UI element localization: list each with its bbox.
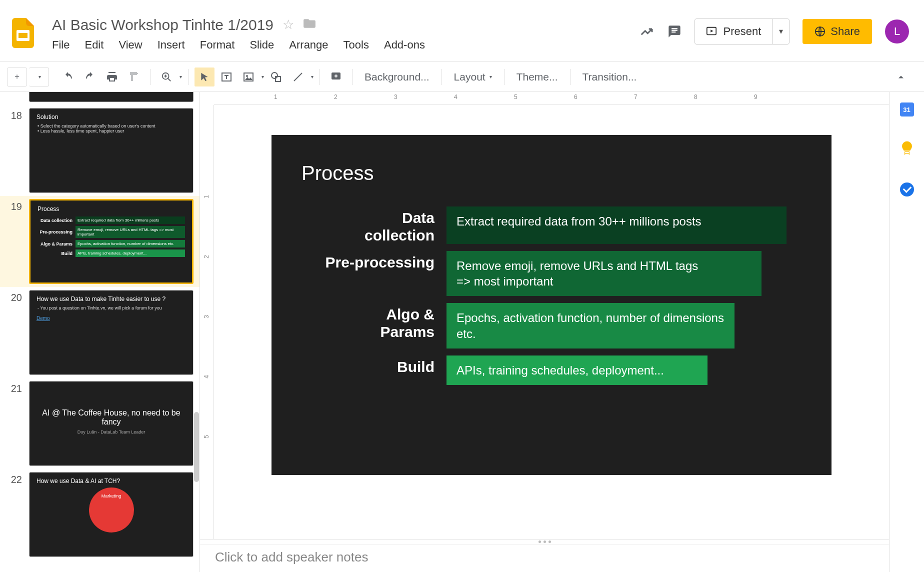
thumb-text: • Select the category automatically base… xyxy=(40,124,186,128)
svg-point-11 xyxy=(272,72,278,78)
folder-icon[interactable] xyxy=(303,17,316,32)
shape-tool[interactable] xyxy=(266,68,286,86)
tasks-icon[interactable] xyxy=(900,182,914,197)
thumb-title: Process xyxy=(38,206,185,212)
menu-tools[interactable]: Tools xyxy=(344,38,369,52)
slides-logo[interactable] xyxy=(9,14,37,52)
toolbar: ＋ ▾ ▾ ▾ ▾ Background... Layout▾ Theme...… xyxy=(0,62,924,92)
thumb-title: AI @ The Coffee House, no need to be fan… xyxy=(36,408,186,426)
app-header: AI Basic Workshop Tinhte 1/2019 ☆ File E… xyxy=(0,0,924,62)
thumb-number: 21 xyxy=(0,381,29,394)
transition-button[interactable]: Transition... xyxy=(576,71,643,83)
canvas-scrollbar-track xyxy=(882,122,889,572)
side-panel: 31 xyxy=(889,92,924,572)
menu-format[interactable]: Format xyxy=(200,38,235,52)
line-tool[interactable]: ▾ xyxy=(288,68,314,86)
print-button[interactable] xyxy=(102,68,122,86)
keep-icon[interactable] xyxy=(900,142,914,157)
redo-button[interactable] xyxy=(80,68,100,86)
new-slide-dropdown[interactable]: ▾ xyxy=(29,68,49,86)
process-row-1[interactable]: Datacollection Extract required data fro… xyxy=(302,206,802,244)
thumb-number: 18 xyxy=(0,108,29,122)
star-icon[interactable]: ☆ xyxy=(282,17,294,32)
process-box: APIs, training schedules, deployment... xyxy=(446,356,708,385)
present-icon xyxy=(706,26,717,37)
vertical-ruler[interactable]: 1 2 3 4 5 xyxy=(200,105,214,539)
process-row-2[interactable]: Pre-processing Remove emoji, remove URLs… xyxy=(302,251,802,296)
collapse-toolbar-button[interactable] xyxy=(891,68,911,86)
process-row-4[interactable]: Build APIs, training schedules, deployme… xyxy=(302,356,802,385)
process-label: Pre-processing xyxy=(302,251,446,296)
thumb-graphic: Marketing xyxy=(89,488,134,532)
canvas-area: 1 2 3 4 5 6 7 8 9 1 2 3 4 5 Process Dat xyxy=(200,92,889,572)
menu-arrange[interactable]: Arrange xyxy=(289,38,328,52)
menu-addons[interactable]: Add-ons xyxy=(384,38,425,52)
theme-button[interactable]: Theme... xyxy=(510,71,564,83)
svg-rect-12 xyxy=(276,76,280,82)
thumb-19[interactable]: 19 Process Data collectionExtract requir… xyxy=(0,196,200,287)
new-slide-button[interactable]: ＋ xyxy=(7,68,27,86)
thumb-number: 19 xyxy=(0,199,29,212)
process-label: Datacollection xyxy=(302,206,446,244)
menu-insert[interactable]: Insert xyxy=(158,38,185,52)
header-fade xyxy=(544,0,564,62)
thumb-text: - You post a question on Tinhte.vn, we w… xyxy=(40,306,186,310)
slide-title[interactable]: Process xyxy=(302,162,802,184)
process-box: Remove emoji, remove URLs and HTML tags=… xyxy=(446,251,762,296)
svg-line-5 xyxy=(168,78,171,81)
process-label: Algo &Params xyxy=(302,303,446,348)
thumb-title: How we use Data to make Tinhte easier to… xyxy=(36,296,186,302)
thumbnail-scrollbar[interactable] xyxy=(194,412,199,482)
slide-thumbnail-panel[interactable]: 18 Solution • Select the category automa… xyxy=(0,92,200,572)
share-button[interactable]: Share xyxy=(802,19,872,44)
svg-rect-1 xyxy=(18,33,28,38)
comments-icon[interactable] xyxy=(668,24,682,38)
zoom-button[interactable]: ▾ xyxy=(156,68,182,86)
present-button[interactable]: Present xyxy=(695,25,772,38)
present-button-group: Present ▾ xyxy=(694,18,790,44)
thumb-subtitle: Duy Luân - DataLab Team Leader xyxy=(36,430,186,434)
image-tool[interactable]: ▾ xyxy=(238,68,264,86)
menu-edit[interactable]: Edit xyxy=(84,38,104,52)
svg-line-13 xyxy=(294,73,302,81)
menu-slide[interactable]: Slide xyxy=(250,38,274,52)
thumb-link: Demo xyxy=(36,316,186,321)
textbox-tool[interactable] xyxy=(216,68,236,86)
thumb-20[interactable]: 20 How we use Data to make Tinhte easier… xyxy=(0,287,200,378)
select-tool[interactable] xyxy=(194,68,214,86)
menu-view[interactable]: View xyxy=(118,38,142,52)
menu-file[interactable]: File xyxy=(52,38,70,52)
process-box: Epochs, activation function, number of d… xyxy=(446,303,734,348)
present-label: Present xyxy=(723,25,761,38)
layout-button[interactable]: Layout▾ xyxy=(448,71,498,83)
background-button[interactable]: Background... xyxy=(358,71,436,83)
thumb-title: How we use Data & AI at TCH? xyxy=(36,478,186,484)
undo-button[interactable] xyxy=(58,68,78,86)
slide-stage[interactable]: Process Datacollection Extract required … xyxy=(214,105,889,539)
thumb-title: Solution xyxy=(36,114,186,120)
process-box: Extract required data from 30++ millions… xyxy=(446,206,786,244)
doc-title[interactable]: AI Basic Workshop Tinhte 1/2019 xyxy=(52,16,274,34)
thumb-number: 20 xyxy=(0,290,29,304)
share-label: Share xyxy=(830,25,860,38)
speaker-notes[interactable]: Click to add speaker notes xyxy=(200,544,889,572)
trend-icon[interactable] xyxy=(640,24,654,39)
horizontal-ruler[interactable]: 1 2 3 4 5 6 7 8 9 xyxy=(214,92,889,105)
thumb-text: • Less hassle, less time spent, happier … xyxy=(40,128,186,134)
calendar-icon[interactable]: 31 xyxy=(900,102,914,117)
thumb-21[interactable]: 21 AI @ The Coffee House, no need to be … xyxy=(0,378,200,469)
notes-resize-handle[interactable] xyxy=(200,539,889,544)
thumb-number: 22 xyxy=(0,472,29,486)
present-dropdown[interactable]: ▾ xyxy=(772,19,789,44)
app-body: 18 Solution • Select the category automa… xyxy=(0,92,924,572)
thumb-18[interactable]: 18 Solution • Select the category automa… xyxy=(0,105,200,196)
avatar[interactable]: L xyxy=(885,20,909,44)
paint-format-button[interactable] xyxy=(124,68,144,86)
globe-icon xyxy=(814,26,826,37)
header-actions: Present ▾ Share L xyxy=(640,18,915,44)
current-slide[interactable]: Process Datacollection Extract required … xyxy=(272,135,832,475)
process-label: Build xyxy=(302,356,446,385)
process-row-3[interactable]: Algo &Params Epochs, activation function… xyxy=(302,303,802,348)
comment-button[interactable] xyxy=(326,68,346,86)
thumb-22[interactable]: 22 How we use Data & AI at TCH? Marketin… xyxy=(0,469,200,560)
